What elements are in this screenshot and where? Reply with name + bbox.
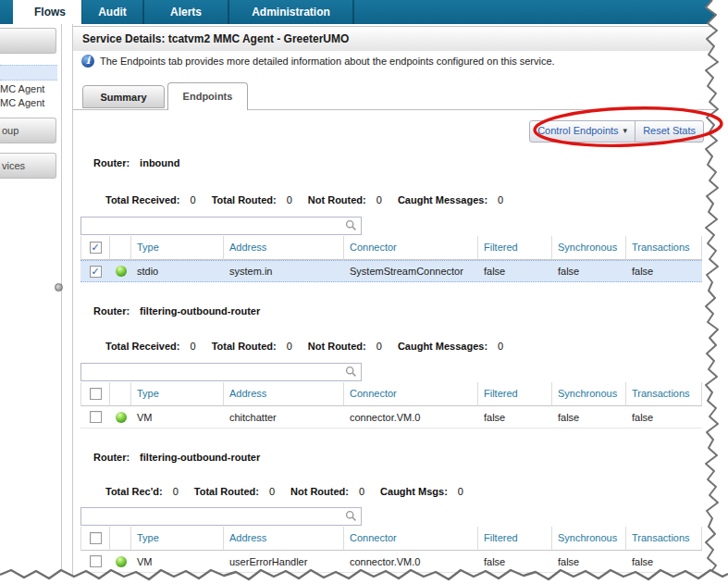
column-header-synchronous[interactable]: Synchronous (552, 382, 626, 406)
stat-label: Caught Msgs: (380, 486, 448, 497)
stat-label: Caught Messages: (398, 341, 487, 352)
table-row[interactable]: VM chitchatter connector.VM.0 false fals… (80, 406, 702, 429)
column-header-address[interactable]: Address (224, 527, 344, 551)
nav-tab-administration[interactable]: Administration (229, 0, 354, 24)
select-all-checkbox[interactable] (90, 388, 102, 400)
stat-value: 0 (376, 194, 382, 205)
tab-endpoints[interactable]: Endpoints (167, 82, 248, 110)
router-line: Router:inbound (93, 157, 179, 168)
column-header-transactions[interactable]: Transactions (626, 236, 702, 260)
endpoints-table: Type Address Connector Filtered Synchron… (80, 527, 702, 573)
sidebar-collapse-handle[interactable] (55, 283, 63, 292)
info-banner: i The Endpoints tab provides more detail… (81, 55, 555, 68)
row-checkbox[interactable] (90, 411, 102, 423)
column-header-filtered[interactable]: Filtered (478, 236, 552, 260)
table-header-row: Type Address Connector Filtered Synchron… (80, 382, 702, 406)
cell-transactions: false (626, 556, 702, 567)
stat-label: Total Received: (105, 341, 180, 352)
column-header-type[interactable]: Type (131, 382, 224, 406)
column-header-filtered[interactable]: Filtered (478, 382, 552, 406)
table-row[interactable]: VM userErrorHandler connector.VM.0 false… (80, 551, 702, 573)
search-input[interactable] (83, 218, 344, 233)
column-header-type[interactable]: Type (131, 527, 224, 551)
router-label: Router: (93, 305, 130, 317)
stat-value: 0 (498, 341, 503, 352)
stat-value: 0 (287, 194, 292, 205)
endpoint-search-box (80, 363, 362, 381)
nav-edge-fragment (0, 0, 13, 24)
sidebar-item-mc-agent[interactable]: MC Agent (0, 97, 44, 108)
nav-tab-flows[interactable]: Flows (19, 0, 81, 24)
control-endpoints-button[interactable]: Control Endpoints▾ (530, 121, 635, 142)
cell-synchronous: false (552, 556, 626, 567)
info-icon: i (81, 55, 94, 68)
status-column-header[interactable] (110, 382, 131, 406)
cell-filtered: false (478, 556, 552, 567)
router-line: Router:filtering-outbound-router (93, 305, 260, 317)
column-header-synchronous[interactable]: Synchronous (552, 236, 626, 260)
stat-label: Not Routed: (308, 341, 366, 352)
search-icon (345, 219, 357, 231)
sidebar-item-mc-agent[interactable]: MC Agent (0, 83, 44, 94)
cell-filtered: false (478, 266, 552, 277)
stat-label: Total Routed: (194, 486, 259, 497)
cell-transactions: false (626, 412, 702, 423)
column-header-connector[interactable]: Connector (344, 382, 478, 406)
stat-label: Total Routed: (212, 341, 277, 352)
column-header-address[interactable]: Address (224, 382, 344, 406)
reset-stats-button[interactable]: Reset Stats (635, 121, 703, 142)
top-navbar: Flows Audit Alerts Administration (0, 0, 728, 24)
stat-value: 0 (359, 486, 364, 497)
router-line: Router:filtering-outbound-router (93, 452, 260, 463)
search-icon (345, 366, 357, 378)
search-input[interactable] (83, 365, 344, 379)
stat-value: 0 (498, 194, 503, 205)
info-text: The Endpoints tab provides more detailed… (100, 56, 555, 67)
green-status-icon (116, 412, 127, 423)
column-header-synchronous[interactable]: Synchronous (552, 527, 626, 551)
row-checkbox[interactable]: ✓ (90, 266, 102, 278)
select-all-checkbox[interactable]: ✓ (90, 242, 102, 254)
status-column-header[interactable] (110, 236, 131, 260)
status-column-header[interactable] (110, 527, 131, 551)
sidebar-section-group[interactable]: oup (0, 118, 56, 143)
cell-address: chitchatter (224, 412, 344, 423)
green-status-icon (116, 556, 127, 567)
search-icon (345, 510, 357, 522)
column-header-connector[interactable]: Connector (344, 527, 478, 551)
cell-connector: connector.VM.0 (344, 412, 478, 423)
column-header-address[interactable]: Address (224, 236, 344, 260)
router-label: Router: (93, 452, 130, 463)
cell-address: userErrorHandler (224, 556, 344, 567)
endpoint-search-box (80, 507, 362, 526)
control-endpoints-label: Control Endpoints (537, 125, 618, 136)
router-name: inbound (140, 157, 179, 168)
column-header-connector[interactable]: Connector (344, 236, 478, 260)
stat-value: 0 (173, 486, 179, 497)
sidebar: MC Agent MC Agent oup vices (0, 24, 62, 575)
nav-tab-alerts[interactable]: Alerts (144, 0, 229, 24)
column-header-transactions[interactable]: Transactions (626, 527, 702, 551)
cell-filtered: false (478, 412, 552, 423)
select-all-checkbox[interactable] (90, 532, 102, 544)
sidebar-section-services[interactable]: vices (0, 153, 56, 179)
sidebar-section-header[interactable] (0, 28, 56, 54)
table-header-row: ✓ Type Address Connector Filtered Synchr… (80, 236, 702, 260)
main-panel: Service Details: tcatvm2 MMC Agent - Gre… (72, 24, 728, 584)
stat-label: Not Routed: (290, 486, 349, 497)
sidebar-selected-item[interactable] (0, 65, 57, 81)
stat-label: Caught Messages: (398, 194, 487, 205)
column-header-type[interactable]: Type (131, 236, 224, 260)
stat-value: 0 (287, 341, 292, 352)
column-header-filtered[interactable]: Filtered (478, 527, 552, 551)
cell-synchronous: false (552, 266, 626, 277)
row-checkbox[interactable] (90, 555, 102, 567)
router-name: filtering-outbound-router (140, 305, 260, 317)
stat-label: Total Received: (105, 194, 180, 205)
table-row[interactable]: ✓ stdio system.in SystemStreamConnector … (80, 260, 702, 282)
column-header-transactions[interactable]: Transactions (626, 382, 702, 406)
tab-summary[interactable]: Summary (82, 85, 165, 108)
nav-tab-audit[interactable]: Audit (81, 0, 144, 24)
stat-value: 0 (269, 486, 275, 497)
search-input[interactable] (83, 509, 344, 524)
